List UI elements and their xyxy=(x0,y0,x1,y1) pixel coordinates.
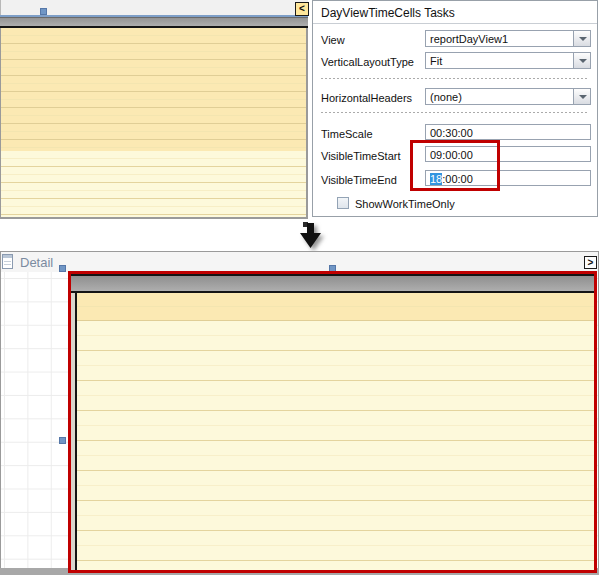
time-scale-field[interactable]: 00:30:00 xyxy=(425,124,591,140)
chevron-down-icon[interactable] xyxy=(573,31,590,46)
chevron-down-icon[interactable] xyxy=(573,53,590,68)
time-cells-preview-1 xyxy=(0,0,308,219)
dashed-separator xyxy=(321,112,589,113)
page: < DayViewTimeCells Tasks View reportDayV… xyxy=(0,0,600,575)
vertical-layout-type-value: Fit xyxy=(430,55,442,67)
smart-tag-collapse-icon[interactable]: < xyxy=(295,2,309,16)
control-bottom-edge xyxy=(0,217,308,219)
band-icon xyxy=(2,254,13,269)
show-work-time-only-label: ShowWorkTimeOnly xyxy=(355,198,455,210)
view-label: View xyxy=(321,34,345,46)
horizontal-headers-label: HorizontalHeaders xyxy=(321,92,412,104)
selection-handle-top-left[interactable] xyxy=(59,265,66,272)
unselected-text: :00:00 xyxy=(442,173,473,185)
vertical-layout-type-label: VerticalLayoutType xyxy=(321,56,414,68)
panel-title: DayViewTimeCells Tasks xyxy=(321,6,455,20)
day-header-bar xyxy=(71,274,594,293)
visible-time-start-value: 09:00:00 xyxy=(430,149,473,161)
day-view-time-cells-control[interactable] xyxy=(68,271,597,573)
show-work-time-only-checkbox[interactable] xyxy=(337,197,349,209)
time-scale-label: TimeScale xyxy=(321,128,373,140)
title-separator xyxy=(313,23,597,24)
visible-time-end-label: VisibleTimeEnd xyxy=(321,174,397,186)
non-work-time-rows xyxy=(1,28,306,151)
visible-time-end-field[interactable]: 18:00:00 xyxy=(425,170,591,186)
band-header-strip xyxy=(1,252,598,272)
time-cells-body xyxy=(71,293,594,570)
work-time-rows xyxy=(1,151,306,217)
dashed-separator xyxy=(321,78,589,79)
selected-text: 18 xyxy=(430,173,442,185)
view-combo-value: reportDayView1 xyxy=(430,33,508,45)
non-work-time-rows xyxy=(77,293,594,321)
visible-time-start-field[interactable]: 09:00:00 xyxy=(425,146,591,162)
horizontal-headers-value: (none) xyxy=(430,91,462,103)
selection-handle-middle-left[interactable] xyxy=(59,437,66,444)
time-scale-value: 00:30:00 xyxy=(430,127,473,139)
time-cells-area[interactable] xyxy=(77,293,594,570)
visible-time-start-label: VisibleTimeStart xyxy=(321,150,400,162)
down-arrow-icon xyxy=(293,222,329,254)
horizontal-headers-combo[interactable]: (none) xyxy=(425,88,591,105)
work-time-rows xyxy=(77,321,594,570)
visible-time-end-value: 18:00:00 xyxy=(430,173,473,185)
smart-tag-expand-icon[interactable]: > xyxy=(584,256,597,269)
vertical-layout-type-combo[interactable]: Fit xyxy=(425,52,591,69)
band-title[interactable]: Detail xyxy=(20,255,53,270)
selection-handle-top[interactable] xyxy=(40,8,47,15)
time-cells-area[interactable] xyxy=(0,28,308,217)
day-header-bar xyxy=(0,17,308,28)
smart-tag-panel: DayViewTimeCells Tasks View reportDayVie… xyxy=(312,0,598,217)
chevron-down-icon[interactable] xyxy=(573,89,590,104)
view-combo[interactable]: reportDayView1 xyxy=(425,30,591,47)
